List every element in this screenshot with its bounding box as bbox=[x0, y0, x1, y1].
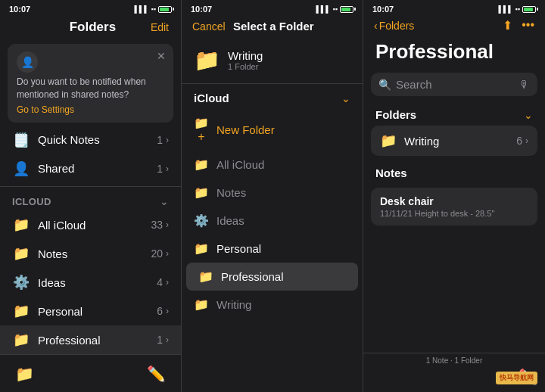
wifi-icon-3: ▪▪ bbox=[515, 5, 520, 13]
select-list: 📁+ New Folder 📁 All iCloud 📁 Notes ⚙️ Id… bbox=[182, 109, 363, 392]
folder-item-ideas[interactable]: ⚙️ Ideas 4 › bbox=[0, 268, 181, 297]
folders-scroll: 🗒️ Quick Notes 1 › 👤 Shared 1 › iCloud ⌄… bbox=[0, 126, 181, 392]
wifi-icon-2: ▪▪ bbox=[333, 5, 338, 13]
preview-folder-icon: 📁 bbox=[194, 48, 220, 73]
wifi-icon: ▪▪ bbox=[151, 5, 156, 13]
edit-button[interactable]: Edit bbox=[151, 21, 169, 33]
quick-notes-label: Quick Notes bbox=[38, 133, 157, 146]
writing-folder-count: 6 bbox=[516, 135, 522, 147]
notification-text: Do you want to be notified when mentione… bbox=[17, 76, 164, 101]
folder-item-quick-notes[interactable]: 🗒️ Quick Notes 1 › bbox=[0, 126, 181, 154]
ideas-label: Ideas bbox=[38, 276, 157, 289]
select-item-professional[interactable]: 📁 Professional bbox=[186, 263, 358, 291]
time-3: 10:07 bbox=[372, 5, 394, 14]
note-date: 11/11/21 Height to desk - 28.5" bbox=[380, 209, 528, 218]
personal-label: Personal bbox=[38, 305, 157, 318]
status-bar-2: 10:07 ▌▌▌ ▪▪ bbox=[182, 0, 363, 17]
battery-icon bbox=[158, 6, 172, 13]
new-folder-button[interactable]: 📁 bbox=[15, 365, 34, 383]
panel-header-1: Folders Edit bbox=[0, 17, 181, 41]
folder-item-personal[interactable]: 📁 Personal 6 › bbox=[0, 297, 181, 325]
icloud-label-2: iCloud bbox=[194, 92, 229, 104]
note-card[interactable]: Desk chair 11/11/21 Height to desk - 28.… bbox=[371, 188, 537, 226]
writing-folder-icon: 📁 bbox=[380, 132, 397, 149]
folder-item-all-icloud[interactable]: 📁 All iCloud 33 › bbox=[0, 210, 181, 239]
notes-label: Notes bbox=[38, 247, 151, 260]
notification-close-button[interactable]: ✕ bbox=[157, 50, 166, 62]
status-icons-1: ▌▌▌ ▪▪ bbox=[134, 5, 172, 13]
folder-item-shared[interactable]: 👤 Shared 1 › bbox=[0, 154, 181, 183]
new-folder-icon: 📁+ bbox=[194, 116, 209, 144]
panel1-bottom-toolbar: 📁 ✏️ bbox=[0, 354, 181, 392]
footer-info: 1 Note · 1 Folder bbox=[371, 356, 537, 365]
personal-chevron: › bbox=[166, 306, 169, 316]
all-icloud-count: 33 bbox=[151, 219, 163, 231]
status-icons-2: ▌▌▌ ▪▪ bbox=[316, 5, 353, 13]
icloud-collapse-button[interactable]: ⌄ bbox=[160, 195, 169, 207]
folders-section-header-3: Folders ⌄ bbox=[363, 105, 545, 126]
personal-label-2: Personal bbox=[216, 242, 261, 255]
notes-section-label-3: Notes bbox=[375, 166, 407, 179]
search-icon: 🔍 bbox=[378, 79, 391, 91]
select-item-writing[interactable]: 📁 Writing bbox=[182, 291, 363, 319]
folder-item-notes[interactable]: 📁 Notes 20 › bbox=[0, 239, 181, 268]
folders-chevron-3[interactable]: ⌄ bbox=[524, 109, 533, 121]
time-2: 10:07 bbox=[191, 5, 212, 14]
new-folder-item[interactable]: 📁+ New Folder bbox=[182, 109, 363, 151]
notes-chevron: › bbox=[166, 248, 169, 259]
icloud-chevron-2[interactable]: ⌄ bbox=[341, 92, 350, 104]
back-label: Folders bbox=[379, 20, 415, 32]
select-item-personal[interactable]: 📁 Personal bbox=[182, 235, 363, 263]
writing-folder-item[interactable]: 📁 Writing 6 › bbox=[371, 126, 537, 156]
all-icloud-label: All iCloud bbox=[38, 219, 151, 232]
folder-item-professional[interactable]: 📁 Professional 1 › bbox=[0, 325, 181, 354]
notes-icon: 📁 bbox=[12, 245, 30, 262]
panel-folders: 10:07 ▌▌▌ ▪▪ Folders Edit 👤 ✕ Do you wan… bbox=[0, 0, 182, 392]
all-icloud-icon: 📁 bbox=[12, 216, 30, 233]
share-icon-3[interactable]: ⬆ bbox=[503, 18, 512, 33]
select-item-all-icloud[interactable]: 📁 All iCloud bbox=[182, 151, 363, 179]
selected-folder-preview: 📁 Writing 1 Folder bbox=[182, 40, 363, 84]
ideas-chevron: › bbox=[166, 277, 169, 288]
notes-label-2: Notes bbox=[216, 186, 246, 199]
shared-icon: 👤 bbox=[12, 160, 30, 177]
search-placeholder-text: Search bbox=[396, 78, 519, 91]
select-item-ideas[interactable]: ⚙️ Ideas bbox=[182, 207, 363, 235]
back-button[interactable]: ‹ Folders bbox=[374, 20, 414, 32]
icloud-label: iCloud bbox=[12, 196, 51, 207]
personal-icon: 📁 bbox=[12, 303, 30, 319]
note-title: Desk chair bbox=[380, 195, 528, 207]
mic-icon[interactable]: 🎙 bbox=[519, 79, 530, 91]
professional-count: 1 bbox=[157, 334, 163, 346]
all-icloud-chevron: › bbox=[166, 219, 169, 230]
all-icloud-icon-2: 📁 bbox=[194, 157, 209, 172]
search-bar[interactable]: 🔍 Search 🎙 bbox=[371, 73, 537, 96]
select-item-notes[interactable]: 📁 Notes bbox=[182, 179, 363, 207]
ideas-label-2: Ideas bbox=[216, 214, 244, 227]
compose-button[interactable]: ✏️ bbox=[147, 365, 166, 383]
cancel-button[interactable]: Cancel bbox=[192, 20, 226, 33]
status-icons-3: ▌▌▌ ▪▪ bbox=[498, 5, 536, 13]
quick-notes-chevron: › bbox=[166, 135, 169, 145]
shared-count: 1 bbox=[157, 163, 163, 175]
status-bar-3: 10:07 ▌▌▌ ▪▪ bbox=[363, 0, 545, 17]
go-to-settings-link[interactable]: Go to Settings bbox=[17, 104, 164, 115]
professional-icon: 📁 bbox=[12, 331, 30, 348]
personal-icon-2: 📁 bbox=[194, 241, 209, 256]
back-header: ‹ Folders ⬆ ••• bbox=[363, 17, 545, 37]
writing-folder-label: Writing bbox=[404, 135, 516, 148]
status-bar-1: 10:07 ▌▌▌ ▪▪ bbox=[0, 0, 181, 17]
signal-icon-3: ▌▌▌ bbox=[498, 5, 512, 13]
select-folder-header: Cancel Select a Folder bbox=[182, 17, 363, 40]
ideas-count: 4 bbox=[157, 276, 163, 288]
folders-section-label-3: Folders bbox=[375, 108, 416, 121]
new-folder-label: New Folder bbox=[216, 123, 275, 136]
panel-professional: 10:07 ▌▌▌ ▪▪ ‹ Folders ⬆ ••• Professiona… bbox=[363, 0, 545, 392]
back-chevron-icon: ‹ bbox=[374, 20, 378, 32]
notif-avatar: 👤 bbox=[17, 51, 38, 73]
notes-count: 20 bbox=[151, 247, 163, 260]
header-icons: ⬆ ••• bbox=[503, 18, 534, 33]
battery-icon-3 bbox=[522, 6, 536, 13]
select-folder-title: Select a Folder bbox=[233, 20, 314, 33]
more-icon-3[interactable]: ••• bbox=[522, 18, 534, 33]
